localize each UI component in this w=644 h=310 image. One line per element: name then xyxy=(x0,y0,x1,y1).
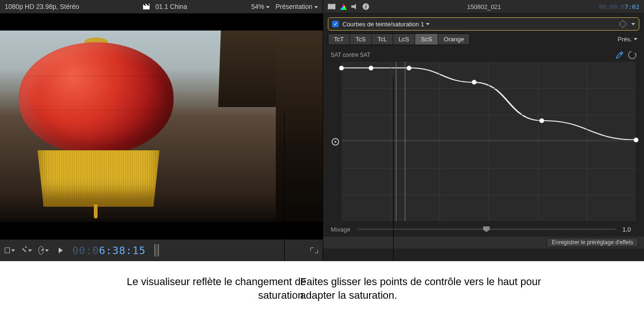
chevron-down-icon[interactable] xyxy=(631,23,635,25)
correction-selector[interactable]: ✓ Courbes de teinte/saturation 1 xyxy=(328,17,639,31)
curve-control-point[interactable] xyxy=(339,66,344,70)
mix-row: Mixage 1,0 xyxy=(323,222,644,233)
chevron-down-icon xyxy=(266,6,270,8)
audio-inspector-icon[interactable] xyxy=(351,4,358,9)
curve-control-point[interactable] xyxy=(472,80,477,85)
curve-tab-tcs[interactable]: TcS xyxy=(350,34,372,45)
inspector-timecode: 00:00:07:02 xyxy=(599,3,639,10)
play-icon xyxy=(59,248,63,253)
curve-tab-tct[interactable]: TcT xyxy=(328,34,350,45)
curve-control-point[interactable] xyxy=(634,138,638,142)
curve-range-radio[interactable] xyxy=(332,138,339,146)
inspector-header: i 150802_021 00:00:07:02 xyxy=(323,0,644,14)
sat-vs-sat-curve[interactable] xyxy=(341,61,636,222)
curve-tab-scs[interactable]: ScS xyxy=(415,34,438,45)
viewer-footer: 00:06:38:15 xyxy=(0,239,323,261)
lantern xyxy=(19,42,174,155)
viewer-panel: 1080p HD 23.98p, Stéréo 01.1 China 54% P… xyxy=(0,0,323,261)
save-preset-bar: Enregistrer le préréglage d'effets xyxy=(323,236,644,248)
chevron-down-icon xyxy=(28,249,32,252)
presets-menu[interactable]: Prés. xyxy=(616,34,639,45)
curve-cursor-line xyxy=(396,62,396,221)
inspector-title: 150802_021 xyxy=(374,3,594,10)
enhance-menu[interactable] xyxy=(22,246,32,255)
mix-value[interactable]: 1,0 xyxy=(622,226,636,233)
mix-label: Mixage xyxy=(331,226,350,233)
curve-tab-lcs[interactable]: LcS xyxy=(393,34,415,45)
mini-playhead[interactable] xyxy=(154,244,159,256)
transform-menu[interactable] xyxy=(5,246,15,255)
viewer-header: 1080p HD 23.98p, Stéréo 01.1 China 54% P… xyxy=(0,0,323,14)
slider-thumb[interactable] xyxy=(483,226,490,232)
chevron-down-icon xyxy=(426,23,430,25)
clapboard-icon xyxy=(143,4,150,9)
clip-name[interactable]: 01.1 China xyxy=(155,3,187,10)
video-inspector-icon[interactable] xyxy=(328,4,335,9)
letterbox xyxy=(0,14,323,31)
viewer-timecode[interactable]: 00:06:38:15 xyxy=(72,245,146,256)
info-inspector-icon[interactable]: i xyxy=(363,3,369,10)
curve-type-segmented[interactable]: TcTTcSTcLLcSScSOrange xyxy=(328,33,470,45)
play-button[interactable] xyxy=(55,246,66,255)
curve-control-point[interactable] xyxy=(539,118,544,123)
view-menu[interactable]: Présentation xyxy=(275,3,318,10)
fullscreen-button[interactable] xyxy=(311,248,318,253)
correction-enable-checkbox[interactable]: ✓ xyxy=(332,21,339,27)
keyframe-icon[interactable] xyxy=(619,20,627,28)
speedometer-icon xyxy=(38,246,44,255)
curve-type-tabs: TcTTcSTcLLcSScSOrange Prés. xyxy=(328,33,639,45)
curve-tab-tcl[interactable]: TcL xyxy=(372,34,393,45)
app-window: 1080p HD 23.98p, Stéréo 01.1 China 54% P… xyxy=(0,0,644,261)
viewer[interactable] xyxy=(0,14,323,239)
chevron-down-icon xyxy=(11,249,15,252)
curve-control-point[interactable] xyxy=(407,66,411,70)
correction-name[interactable]: Courbes de teinte/saturation 1 xyxy=(342,21,616,28)
reset-icon[interactable] xyxy=(627,49,638,61)
chevron-down-icon xyxy=(314,6,318,8)
save-preset-button[interactable]: Enregistrer le préréglage d'effets xyxy=(546,238,638,247)
curve-title: SAT contre SAT xyxy=(331,52,616,58)
chevron-down-icon xyxy=(634,38,637,40)
chevron-down-icon xyxy=(45,249,49,252)
callout-left: Le visualiseur reflète le changement de … xyxy=(109,275,306,302)
zoom-menu[interactable]: 54% xyxy=(251,3,270,10)
curve-cursor-line xyxy=(405,62,405,221)
clip-format: 1080p HD 23.98p, Stéréo xyxy=(5,3,79,10)
curve-tab-orange[interactable]: Orange xyxy=(438,34,470,45)
curve-control-point[interactable] xyxy=(369,66,373,70)
eyedropper-icon[interactable] xyxy=(616,51,623,59)
magic-wand-icon xyxy=(22,247,27,254)
callout-line xyxy=(284,113,285,275)
callout-line xyxy=(393,77,394,275)
curve-section: SAT contre SAT xyxy=(323,48,644,222)
viewer-image xyxy=(0,31,323,222)
retime-menu[interactable] xyxy=(38,246,49,255)
annotations: Le visualiseur reflète le changement de … xyxy=(0,261,644,310)
mix-slider[interactable] xyxy=(357,225,616,233)
callout-right: Faites glisser les points de contrôle ve… xyxy=(300,275,544,302)
lantern-fringe xyxy=(38,150,159,207)
inspector-panel: i 150802_021 00:00:07:02 ✓ Courbes de te… xyxy=(323,0,644,261)
letterbox xyxy=(0,222,323,239)
color-inspector-icon[interactable] xyxy=(340,3,347,10)
